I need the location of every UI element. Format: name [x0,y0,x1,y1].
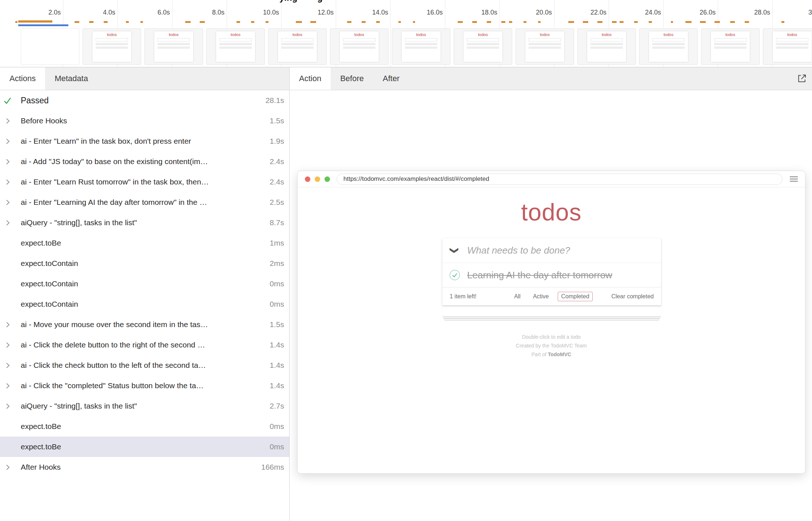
thumbnail-line [467,47,499,49]
tab-actions[interactable]: Actions [0,67,45,90]
action-duration: 1.9s [270,137,284,146]
action-label: ai - Click the delete button to the righ… [21,341,265,349]
timeline[interactable]: 2.0s4.0s6.0s8.0s10.0s12.0s14.0s16.0s18.0… [0,0,812,67]
filter-completed[interactable]: Completed [558,292,592,301]
timeline-marker [745,21,749,23]
toggle-all-icon[interactable]: ❯ [442,246,467,255]
thumbnail-page: todos [525,31,564,62]
tab-action[interactable]: Action [290,67,331,90]
thumbnail-title: todos [154,32,193,37]
expand-chevron-icon[interactable] [0,199,21,206]
expand-chevron-icon[interactable] [0,464,21,471]
action-row[interactable]: Before Hooks1.5s [0,111,289,131]
filmstrip-thumbnail[interactable]: todos [516,28,574,65]
action-row[interactable]: expect.toBe0ms [0,437,289,457]
expand-chevron-icon[interactable] [0,382,21,389]
action-row[interactable]: expect.toBe0ms [0,416,289,437]
page-title-fragment-text: g [317,0,323,3]
action-row[interactable]: ai - Move your mouse over the second ite… [0,314,289,335]
expand-chevron-icon[interactable] [0,138,21,145]
thumbnail-page: todos [463,31,502,62]
filmstrip-thumbnail[interactable]: todos [701,28,760,65]
action-label: aiQuery - "string[], tasks in the list" [21,218,265,227]
filmstrip-thumbnail[interactable]: todos [454,28,512,65]
action-label: ai - Enter "Learning AI the day after to… [21,198,265,207]
action-row[interactable]: ai - Click the delete button to the righ… [0,335,289,355]
timeline-label: 8.0s [212,9,224,16]
browser-snapshot[interactable]: https://todomvc.com/examples/react/dist/… [297,171,805,474]
expand-chevron-icon[interactable] [0,403,21,410]
filmstrip-thumbnail[interactable]: todos [639,28,698,65]
actions-panel: ActionsMetadata Passed 28.1s Before Hook… [0,67,290,521]
todo-item[interactable]: Learning AI the day after tomorrow [442,263,661,287]
expand-chevron-icon[interactable] [0,118,21,124]
filmstrip-thumbnail[interactable]: todos [144,28,203,65]
todo-checked-icon[interactable] [449,270,460,281]
clear-completed-button[interactable]: Clear completed [596,293,654,300]
action-row[interactable]: aiQuery - "string[], tasks in the list"2… [0,396,289,416]
action-row[interactable]: expect.toContain0ms [0,274,289,294]
menu-icon[interactable] [790,176,798,182]
action-row[interactable]: ai - Add "JS today" to base on the exist… [0,151,289,172]
thumbnail-line [529,47,561,49]
timeline-marker [185,21,191,23]
url-bar[interactable]: https://todomvc.com/examples/react/dist/… [337,174,783,185]
expand-chevron-icon[interactable] [0,321,21,328]
expand-chevron-icon[interactable] [0,219,21,226]
timeline-marker [296,21,302,23]
action-row[interactable]: expect.toBe1ms [0,233,289,253]
zoom-window-icon [325,176,330,182]
todo-item-label[interactable]: Learning AI the day after tomorrow [467,270,612,281]
thumbnail-line [96,47,128,49]
filmstrip-thumbnail[interactable]: todos [268,28,327,65]
snapshot-content: https://todomvc.com/examples/react/dist/… [290,90,812,521]
action-label: ai - Click the check button to the left … [21,361,265,370]
action-label: Before Hooks [21,116,265,125]
tab-after[interactable]: After [373,67,409,90]
expand-chevron-icon[interactable] [0,179,21,186]
action-duration: 2.7s [270,402,284,410]
thumbnail-line [467,38,499,41]
expand-chevron-icon[interactable] [0,362,21,369]
filmstrip-thumbnail[interactable]: todos [330,28,389,65]
filmstrip-thumbnail[interactable]: todos [392,28,450,65]
tab-before[interactable]: Before [331,67,373,90]
action-duration: 1.4s [270,361,284,370]
action-label: ai - Click the "completed" Status button… [21,381,265,390]
expand-chevron-icon[interactable] [0,158,21,165]
timeline-marker [538,21,541,23]
action-label: expect.toContain [21,259,265,268]
thumbnail-line [590,43,623,45]
timeline-label: 10.0s [263,9,279,16]
filter-all[interactable]: All [511,292,524,301]
action-row[interactable]: ai - Click the "completed" Status button… [0,375,289,396]
filter-active[interactable]: Active [530,292,552,301]
thumbnail-title: todos [587,32,626,37]
action-row[interactable]: ai - Enter "Learning AI the day after to… [0,192,289,212]
action-row[interactable]: ai - Enter "Learn" in the task box, don'… [0,131,289,151]
timeline-marker [266,21,268,23]
thumbnail-line [405,47,437,49]
filmstrip-thumbnail[interactable]: todos [577,28,636,65]
action-row[interactable]: expect.toContain0ms [0,294,289,314]
expand-chevron-icon[interactable] [0,342,21,349]
filmstrip-thumbnail[interactable]: todos [83,28,141,65]
thumbnail-line [343,38,375,41]
filmstrip-thumbnail[interactable]: todos [763,28,812,65]
new-todo-row[interactable]: ❯ What needs to be done? [442,238,661,263]
filmstrip-thumbnail[interactable]: todos [206,28,265,65]
thumbnail-line [405,38,437,41]
action-row[interactable]: ai - Enter "Learn Rust tomorrow" in the … [0,172,289,192]
items-left-count: 1 item left! [450,293,508,300]
tab-metadata[interactable]: Metadata [45,67,97,90]
open-external-icon[interactable] [792,67,812,90]
timeline-filmstrip: todostodostodostodostodostodostodostodos… [21,28,812,65]
action-row[interactable]: expect.toContain2ms [0,253,289,274]
action-row[interactable]: ai - Click the check button to the left … [0,355,289,375]
thumbnail-title: todos [92,32,131,37]
filmstrip-thumbnail[interactable] [21,28,79,65]
action-row[interactable]: aiQuery - "string[], tasks in the list"8… [0,212,289,233]
minimize-window-icon [315,176,320,182]
action-row[interactable]: After Hooks166ms [0,457,289,477]
traffic-lights [305,176,330,182]
